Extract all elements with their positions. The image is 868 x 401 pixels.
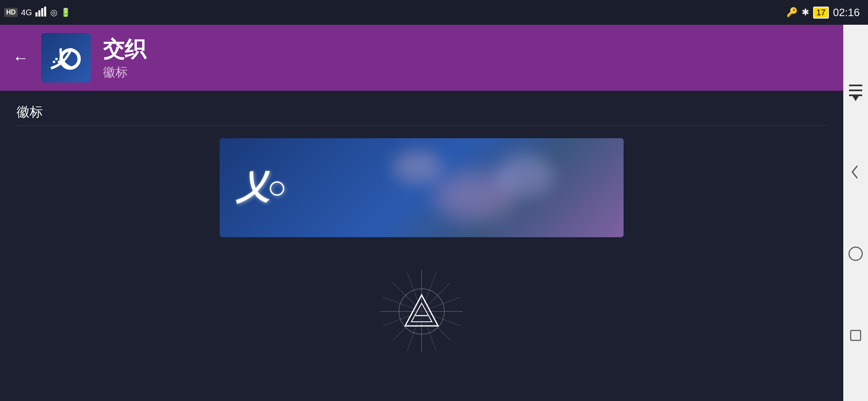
menu-button[interactable] — [847, 81, 865, 99]
icon-area — [16, 254, 827, 369]
section-divider — [16, 125, 827, 126]
svg-marker-33 — [411, 303, 432, 322]
signal-bars-icon — [35, 7, 47, 19]
app-subtitle: 徽标 — [103, 64, 146, 81]
app-header: ← 乂 交织 徽标 — [0, 25, 843, 91]
app-title-group: 交织 徽标 — [103, 35, 146, 81]
status-bar: HD 4G ◎ 🔋 🔑 ✱ 17 02:16 — [0, 0, 868, 25]
back-button[interactable]: ← — [12, 49, 29, 67]
svg-text:乂: 乂 — [50, 47, 73, 71]
main-content: 徽标 乂○ — [0, 91, 843, 401]
svg-marker-7 — [852, 94, 860, 101]
center-icon-wrapper — [380, 270, 463, 353]
battery-status-icon: 🔋 — [61, 7, 71, 17]
blur-shape-3 — [496, 155, 554, 196]
banner-logo-text: 乂○ — [236, 165, 285, 210]
triangle-symbol-svg — [403, 293, 440, 330]
recents-hardware-button[interactable] — [847, 326, 865, 344]
svg-point-14 — [53, 61, 55, 63]
app-icon: 乂 — [41, 33, 91, 83]
time-display: 02:16 — [833, 6, 860, 19]
svg-point-8 — [849, 247, 862, 260]
center-symbol — [401, 291, 442, 332]
svg-point-12 — [55, 58, 58, 60]
svg-rect-0 — [35, 12, 38, 17]
right-nav-bar — [843, 25, 868, 401]
key-icon: 🔑 — [786, 7, 798, 18]
home-hardware-button[interactable] — [847, 245, 865, 263]
section-title: 徽标 — [16, 103, 827, 121]
battery-indicator: 17 — [813, 7, 829, 19]
svg-rect-9 — [851, 330, 861, 340]
svg-rect-5 — [849, 90, 862, 91]
status-right: 🔑 ✱ 17 02:16 — [786, 6, 860, 19]
timer-icon: ◎ — [50, 7, 57, 17]
svg-rect-4 — [849, 85, 862, 86]
hd-badge: HD — [4, 8, 18, 17]
svg-point-13 — [58, 61, 60, 63]
svg-rect-1 — [38, 10, 40, 17]
banner-blur-overlay — [393, 151, 558, 225]
svg-rect-3 — [44, 7, 46, 17]
app-title: 交织 — [103, 35, 146, 64]
status-left: HD 4G ◎ 🔋 — [4, 7, 71, 19]
back-hardware-button[interactable] — [847, 163, 865, 181]
bluetooth-icon: ✱ — [802, 7, 809, 18]
banner-image: 乂○ — [220, 138, 624, 237]
app-logo-svg: 乂 — [47, 39, 84, 76]
signal-4g-icon: 4G — [21, 8, 32, 17]
svg-rect-2 — [41, 8, 43, 17]
blur-shape-1 — [393, 151, 442, 184]
